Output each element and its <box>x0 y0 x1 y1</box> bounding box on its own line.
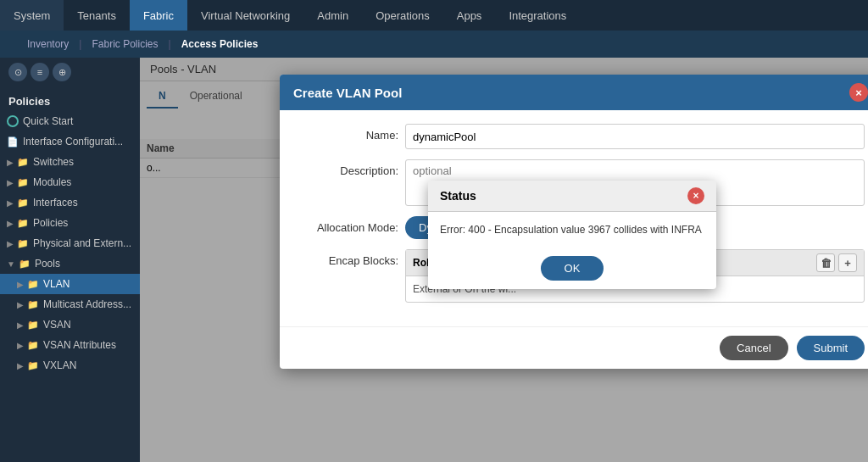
top-navigation: System Tenants Fabric Virtual Networking… <box>0 0 868 31</box>
allocation-label: Allocation Mode: <box>297 216 398 234</box>
expand-arrow-vlan: ▶ <box>17 280 24 289</box>
nav-operations[interactable]: Operations <box>362 0 443 31</box>
sidebar-icon-bar: ⊙ ≡ ⊕ <box>0 58 140 86</box>
sidebar-label-quick-start: Quick Start <box>23 115 73 127</box>
ok-button[interactable]: OK <box>541 256 604 281</box>
sidebar-label-physical: Physical and Extern... <box>33 237 131 249</box>
quick-start-icon <box>7 115 19 127</box>
nav-virtual-networking[interactable]: Virtual Networking <box>187 0 303 31</box>
nav-tenants[interactable]: Tenants <box>64 0 130 31</box>
expand-arrow-vsan: ▶ <box>17 320 24 330</box>
content-area: Pools - VLAN N Operational ↻ ⬇ ⚙ 🗑 + Nam… <box>140 58 868 462</box>
status-message: Error: 400 - Encapsulation value 3967 co… <box>440 224 702 236</box>
sidebar-icon-3[interactable]: ⊕ <box>53 63 71 81</box>
sidebar-item-pools[interactable]: ▼ 📁 Pools <box>0 253 140 274</box>
status-body: Error: 400 - Encapsulation value 3967 co… <box>428 212 716 248</box>
sidebar-label-interfaces: Interfaces <box>33 197 78 209</box>
sidebar-label-switches: Switches <box>33 156 74 168</box>
sidebar-label-vsan: VSAN <box>43 319 71 331</box>
sidebar-item-multicast[interactable]: ▶ 📁 Multicast Address... <box>0 294 140 314</box>
sidebar-item-modules[interactable]: ▶ 📁 Modules <box>0 172 140 192</box>
expand-arrow-modules: ▶ <box>7 178 14 187</box>
encap-label: Encap Blocks: <box>297 249 398 267</box>
expand-arrow-pools: ▼ <box>7 259 15 269</box>
modal-title: Create VLAN Pool <box>293 86 402 100</box>
folder-icon-physical: 📁 <box>17 238 29 249</box>
encap-delete-button[interactable]: 🗑 <box>816 253 835 272</box>
subnav-access-policies[interactable]: Access Policies <box>171 38 269 50</box>
expand-arrow-policies: ▶ <box>7 219 14 228</box>
submit-button[interactable]: Submit <box>797 336 865 360</box>
folder-icon-interfaces: 📁 <box>17 198 29 209</box>
subnav-inventory[interactable]: Inventory <box>17 38 79 50</box>
folder-icon-vxlan: 📁 <box>27 360 39 371</box>
status-header: Status × <box>428 181 716 212</box>
folder-icon-pools: 📁 <box>19 259 31 270</box>
sidebar-icon-2[interactable]: ≡ <box>31 63 49 81</box>
description-label: Description: <box>297 159 398 177</box>
folder-icon-vsan: 📁 <box>27 320 39 331</box>
sidebar-label-modules: Modules <box>33 176 71 188</box>
sidebar-item-interface-config[interactable]: 📄 Interface Configurati... <box>0 131 140 152</box>
status-title: Status <box>440 189 476 203</box>
sub-navigation: Inventory | Fabric Policies | Access Pol… <box>0 31 868 58</box>
sidebar-item-physical[interactable]: ▶ 📁 Physical and Extern... <box>0 233 140 253</box>
sidebar-label-interface-config: Interface Configurati... <box>23 136 123 148</box>
modal-close-button[interactable]: × <box>849 83 868 102</box>
status-close-button[interactable]: × <box>687 187 704 204</box>
expand-arrow-vxlan: ▶ <box>17 361 24 370</box>
encap-controls: 🗑 + <box>816 253 857 272</box>
folder-icon-multicast: 📁 <box>27 299 39 310</box>
sidebar-label-pools: Pools <box>35 258 60 270</box>
sidebar-item-interfaces[interactable]: ▶ 📁 Interfaces <box>0 192 140 213</box>
sidebar-item-vxlan[interactable]: ▶ 📁 VXLAN <box>0 355 140 376</box>
cancel-button[interactable]: Cancel <box>720 336 787 360</box>
status-dialog: Status × Error: 400 - Encapsulation valu… <box>428 181 716 289</box>
sidebar-item-vsan-attr[interactable]: ▶ 📁 VSAN Attributes <box>0 335 140 355</box>
modal-footer: Cancel Submit <box>280 326 868 369</box>
sidebar-item-quick-start[interactable]: Quick Start <box>0 111 140 131</box>
folder-icon-vsan-attr: 📁 <box>27 340 39 351</box>
sidebar-label-vlan: VLAN <box>43 278 70 290</box>
expand-arrow-multicast: ▶ <box>17 300 24 309</box>
sidebar-label-policies: Policies <box>33 217 68 229</box>
nav-integrations[interactable]: Integrations <box>495 0 580 31</box>
sidebar-label-multicast: Multicast Address... <box>43 298 131 310</box>
name-label: Name: <box>297 124 398 142</box>
status-footer: OK <box>428 248 716 289</box>
nav-fabric[interactable]: Fabric <box>130 0 187 31</box>
encap-add-button[interactable]: + <box>838 253 857 272</box>
expand-arrow-switches: ▶ <box>7 158 14 167</box>
name-input[interactable] <box>405 124 865 149</box>
name-row: Name: <box>297 124 865 149</box>
expand-arrow-physical: ▶ <box>7 239 14 248</box>
sidebar-icon-1[interactable]: ⊙ <box>8 63 27 81</box>
sidebar-item-switches[interactable]: ▶ 📁 Switches <box>0 152 140 172</box>
folder-icon-vlan: 📁 <box>27 279 39 290</box>
sidebar-header: Policies <box>0 86 140 111</box>
subnav-fabric-policies[interactable]: Fabric Policies <box>81 38 168 50</box>
folder-icon-policies: 📁 <box>17 218 29 229</box>
main-layout: ⊙ ≡ ⊕ Policies Quick Start 📄 Interface C… <box>0 58 868 462</box>
nav-apps[interactable]: Apps <box>443 0 496 31</box>
expand-arrow-vsan-attr: ▶ <box>17 341 24 350</box>
doc-icon: 📄 <box>7 136 19 148</box>
sidebar-item-vlan[interactable]: ▶ 📁 VLAN <box>0 274 140 294</box>
sidebar-label-vsan-attr: VSAN Attributes <box>43 339 116 351</box>
sidebar: ⊙ ≡ ⊕ Policies Quick Start 📄 Interface C… <box>0 58 140 462</box>
modal-header: Create VLAN Pool × <box>280 75 868 110</box>
nav-system[interactable]: System <box>0 0 64 31</box>
sidebar-item-vsan[interactable]: ▶ 📁 VSAN <box>0 314 140 335</box>
folder-icon-modules: 📁 <box>17 177 29 188</box>
expand-arrow-interfaces: ▶ <box>7 198 14 208</box>
folder-icon-switches: 📁 <box>17 157 29 168</box>
nav-admin[interactable]: Admin <box>303 0 362 31</box>
sidebar-label-vxlan: VXLAN <box>43 359 76 371</box>
sidebar-item-policies[interactable]: ▶ 📁 Policies <box>0 213 140 233</box>
